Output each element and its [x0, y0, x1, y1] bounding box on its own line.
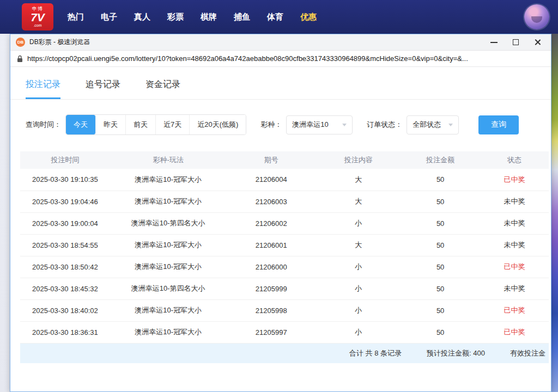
order-status-label: 订单状态：	[367, 120, 402, 130]
status-badge: 未中奖	[480, 278, 549, 299]
summary-total: 合计 共 8 条记录	[349, 348, 402, 358]
table-row: 2025-03-30 19:00:04 澳洲幸运10-第四名大小 2120600…	[20, 212, 549, 234]
table-row: 2025-03-30 19:10:35 澳洲幸运10-冠军大小 21206004…	[20, 169, 549, 191]
main-nav: 热门 电子 真人 彩票 棋牌 捕鱼 体育 优惠	[68, 12, 317, 22]
table-row: 2025-03-30 18:54:55 澳洲幸运10-冠军大小 21206001…	[20, 234, 549, 256]
lock-icon	[17, 55, 23, 63]
logo-sub-text: .com	[33, 23, 41, 27]
table-row: 2025-03-30 18:50:42 澳洲幸运10-冠军大小 21206000…	[20, 256, 549, 278]
order-status-value: 全部状态	[413, 120, 441, 130]
tab-chase-records[interactable]: 追号记录	[86, 79, 120, 99]
nav-item-promo[interactable]: 优惠	[300, 12, 317, 22]
window-controls	[490, 39, 545, 46]
nav-item-lottery[interactable]: 彩票	[167, 12, 184, 22]
lottery-select[interactable]: 澳洲幸运10	[286, 115, 353, 134]
status-badge: 已中奖	[480, 256, 549, 278]
header-bet-content: 投注内容	[316, 151, 401, 169]
summary-valid: 有效投注金	[510, 348, 545, 358]
nav-item-live[interactable]: 真人	[134, 12, 150, 22]
nav-item-fishing[interactable]: 捕鱼	[234, 12, 250, 22]
header-bet-amount: 投注金额	[401, 151, 480, 169]
table-row: 2025-03-30 19:04:46 澳洲幸运10-冠军大小 21206003…	[20, 191, 549, 212]
time-filter-daybefore[interactable]: 前天	[126, 115, 156, 134]
desktop: 申博 7V .com 热门 电子 真人 彩票 棋牌 捕鱼 体育 优惠 DB DB…	[0, 0, 558, 392]
nav-item-hot[interactable]: 热门	[68, 12, 84, 22]
summary-expected: 预计投注金额: 400	[427, 348, 485, 358]
summary-bar: 合计 共 8 条记录 预计投注金额: 400 有效投注金	[20, 344, 549, 363]
status-badge: 已中奖	[480, 299, 549, 321]
status-badge: 未中奖	[480, 191, 549, 212]
browser-urlbar[interactable]: https://ctopcp02pcali.uengi5e.com/lotter…	[10, 51, 551, 67]
url-text: https://ctopcp02pcali.uengi5e.com/lotter…	[27, 54, 468, 63]
time-filter-today[interactable]: 今天	[66, 115, 96, 134]
lottery-select-value: 澳洲幸运10	[292, 120, 328, 130]
time-filter-20days[interactable]: 近20天(低频)	[190, 115, 246, 134]
window-title: DB彩票 - 极速浏览器	[29, 38, 90, 47]
minimize-icon[interactable]	[490, 42, 498, 43]
close-icon[interactable]	[534, 39, 541, 46]
nav-item-slots[interactable]: 电子	[101, 12, 117, 22]
user-avatar[interactable]	[524, 4, 549, 29]
bet-records-table: 投注时间 彩种-玩法 期号 投注内容 投注金额 状态 2025-03-30 19…	[20, 151, 549, 363]
browser-titlebar[interactable]: DB DB彩票 - 极速浏览器	[10, 34, 551, 51]
header-issue: 期号	[226, 151, 316, 169]
site-navbar: 申博 7V .com 热门 电子 真人 彩票 棋牌 捕鱼 体育 优惠	[0, 0, 558, 34]
maximize-icon[interactable]	[513, 39, 519, 45]
time-filter-7days[interactable]: 近7天	[156, 115, 190, 134]
table-row: 2025-03-30 18:45:32 澳洲幸运10-第四名大小 2120599…	[20, 278, 549, 299]
time-filter-yesterday[interactable]: 昨天	[96, 115, 126, 134]
time-filter-group: 今天 昨天 前天 近7天 近20天(低频)	[65, 114, 246, 135]
status-badge: 已中奖	[480, 321, 549, 343]
desktop-wallpaper-strip	[550, 34, 558, 392]
table-row: 2025-03-30 18:40:02 澳洲幸运10-冠军大小 21205998…	[20, 299, 549, 321]
header-bet-time: 投注时间	[20, 151, 110, 169]
chevron-down-icon	[342, 124, 347, 126]
page-content: 投注记录 追号记录 资金记录 查询时间： 今天 昨天 前天 近7天 近20天(低…	[10, 67, 551, 391]
query-button[interactable]: 查询	[478, 115, 519, 134]
tab-fund-records[interactable]: 资金记录	[145, 79, 180, 99]
browser-window: DB DB彩票 - 极速浏览器 https://ctopcp02pcali.ue…	[10, 34, 551, 392]
logo-main-text: 7V	[31, 11, 45, 23]
nav-item-sports[interactable]: 体育	[267, 12, 283, 22]
lottery-select-label: 彩种：	[260, 120, 282, 130]
order-status-select[interactable]: 全部状态	[407, 115, 459, 134]
time-filter-label: 查询时间：	[26, 120, 61, 130]
status-badge: 未中奖	[480, 234, 549, 256]
header-play: 彩种-玩法	[110, 151, 226, 169]
tab-bar: 投注记录 追号记录 资金记录	[10, 67, 551, 100]
status-badge: 未中奖	[480, 212, 549, 234]
table-row: 2025-03-30 18:36:31 澳洲幸运10-冠军大小 21205997…	[20, 321, 549, 343]
tab-bet-records[interactable]: 投注记录	[26, 79, 60, 99]
site-favicon-icon: DB	[16, 38, 25, 47]
table-header-row: 投注时间 彩种-玩法 期号 投注内容 投注金额 状态	[20, 151, 549, 169]
site-logo[interactable]: 申博 7V .com	[22, 3, 53, 30]
status-badge: 已中奖	[480, 169, 549, 191]
header-status: 状态	[480, 151, 549, 169]
filter-bar: 查询时间： 今天 昨天 前天 近7天 近20天(低频) 彩种： 澳洲幸运10 订…	[26, 114, 540, 135]
chevron-down-icon	[448, 124, 453, 126]
nav-item-chess[interactable]: 棋牌	[201, 12, 217, 22]
